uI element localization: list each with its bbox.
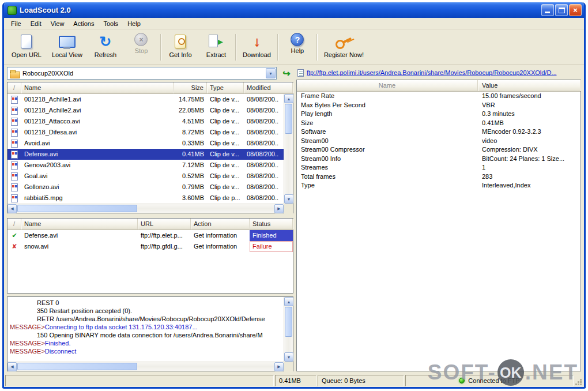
toolbar-button-get-info[interactable]: Get Info bbox=[163, 32, 198, 59]
scroll-up-button[interactable]: ▲ bbox=[284, 297, 293, 306]
scrollbar-track[interactable] bbox=[284, 306, 293, 352]
queue-column-header-action[interactable]: Action bbox=[191, 219, 250, 230]
file-row-001218-difesa-avi[interactable]: 001218_Difesa.avi8.72MBClip de v...08/08… bbox=[7, 127, 284, 138]
file-list-horizontal-scrollbar[interactable]: ◀ ▶ bbox=[7, 204, 293, 213]
scrollbar-track[interactable] bbox=[17, 362, 274, 371]
file-row-rabbiati5-mpg[interactable]: rabbiati5.mpg3.60MBClip de p...08/08/200… bbox=[7, 193, 284, 204]
file-type: Clip de v... bbox=[207, 160, 244, 171]
video-file-icon bbox=[7, 116, 21, 127]
log-message: Disconnect bbox=[45, 348, 76, 355]
address-combobox[interactable]: Robocup20XXOld ▼ bbox=[7, 67, 277, 80]
scrollbar-thumb[interactable] bbox=[17, 363, 137, 370]
file-row-001218-attacco-avi[interactable]: 001218_Attacco.avi4.51MBClip de v...08/0… bbox=[7, 116, 284, 127]
property-name: Streames bbox=[297, 163, 478, 172]
main-area: Robocup20XXOld ▼ ↪ /NameSizeTypeModified… bbox=[4, 65, 584, 374]
property-value: video bbox=[478, 137, 581, 146]
scroll-down-button[interactable]: ▼ bbox=[284, 194, 293, 204]
app-icon[interactable] bbox=[7, 6, 17, 15]
resize-grip[interactable] bbox=[575, 375, 583, 386]
scrollbar-thumb[interactable] bbox=[17, 205, 137, 212]
file-row-defense-avi[interactable]: Defense.avi0.41MBClip de v...08/08/200.. bbox=[7, 149, 284, 160]
video-file-icon bbox=[7, 94, 21, 105]
toolbar: Open URLLocal View↻Refresh×StopGet Info▶… bbox=[4, 30, 584, 65]
queue-header: /NameURLActionStatus bbox=[7, 219, 293, 230]
toolbar-button-stop[interactable]: ×Stop bbox=[123, 32, 159, 55]
toolbar-button-help[interactable]: ?Help bbox=[280, 32, 315, 55]
status-queue: Queue: 0 Bytes bbox=[318, 375, 404, 386]
file-row-gollonzo-avi[interactable]: Gollonzo.avi0.79MBClip de v...08/08/200.… bbox=[7, 182, 284, 193]
property-name: Frame Rate bbox=[297, 92, 478, 101]
titlebar: LoadScout 2.0 × bbox=[4, 2, 584, 18]
minimize-button[interactable] bbox=[541, 4, 554, 16]
log-message: Connecting to ftp data socket 131.175.12… bbox=[45, 324, 198, 330]
scrollbar-track[interactable] bbox=[284, 103, 293, 194]
menu-item-tools[interactable]: Tools bbox=[99, 18, 123, 29]
go-button[interactable]: ↪ bbox=[280, 67, 293, 80]
menu-item-edit[interactable]: Edit bbox=[26, 18, 46, 29]
toolbar-separator bbox=[277, 34, 278, 61]
file-type: Clip de v... bbox=[207, 171, 244, 182]
scroll-right-button[interactable]: ▶ bbox=[274, 204, 284, 213]
remote-url-link[interactable]: ftp://ftp.elet.polimi.it/users/Andrea.Bo… bbox=[307, 69, 580, 76]
queue-column-header-name[interactable]: Name bbox=[21, 219, 138, 230]
scroll-right-button[interactable]: ▶ bbox=[274, 362, 284, 371]
file-name: 001218_Attacco.avi bbox=[21, 116, 174, 127]
menu-item-file[interactable]: File bbox=[6, 18, 26, 29]
file-row-genova2003-avi[interactable]: Genova2003.avi7.12MBClip de v...08/08/20… bbox=[7, 160, 284, 171]
scroll-down-button[interactable]: ▼ bbox=[284, 352, 293, 362]
log-horizontal-scrollbar[interactable]: ◀ ▶ bbox=[7, 362, 293, 371]
scrollbar-track[interactable] bbox=[17, 204, 274, 213]
queue-column-header-url[interactable]: URL bbox=[138, 219, 191, 230]
toolbar-button-refresh[interactable]: ↻Refresh bbox=[88, 32, 123, 59]
log-vertical-scrollbar[interactable]: ▲ ▼ bbox=[284, 297, 293, 362]
scroll-left-button[interactable]: ◀ bbox=[7, 362, 17, 371]
address-row: Robocup20XXOld ▼ ↪ bbox=[7, 67, 293, 80]
menu-item-view[interactable]: View bbox=[46, 18, 69, 29]
file-list-panel: /NameSizeTypeModified 001218_Achille1.av… bbox=[7, 82, 293, 213]
file-list-vertical-scrollbar[interactable]: ▲ ▼ bbox=[284, 94, 293, 204]
queue-row-defense-avi[interactable]: ✔Defense.aviftp://ftp.elet.p...Get infor… bbox=[7, 230, 293, 241]
toolbar-button-open-url[interactable]: Open URL bbox=[6, 32, 47, 59]
property-column-header-value[interactable]: Value bbox=[478, 80, 581, 91]
queue-status-badge: Failure bbox=[250, 241, 293, 252]
scrollbar-thumb[interactable] bbox=[285, 307, 292, 337]
toolbar-button-extract[interactable]: ▶Extract bbox=[198, 32, 234, 59]
property-row-stream00-compressor: Stream00 CompressorCompression: DIVX bbox=[297, 145, 581, 155]
toolbar-button-download[interactable]: ↓Download bbox=[238, 32, 276, 59]
download-icon: ↓ bbox=[246, 33, 267, 50]
sort-indicator-icon: / bbox=[7, 219, 21, 230]
file-row-avoid-avi[interactable]: Avoid.avi0.33MBClip de v...08/08/200.. bbox=[7, 138, 284, 149]
properties-body: Frame Rate15.00 frames/secondMax Bytes P… bbox=[297, 92, 581, 371]
menu-item-help[interactable]: Help bbox=[123, 18, 145, 29]
scroll-left-button[interactable]: ◀ bbox=[7, 204, 17, 213]
property-row-total-frames: Total frames283 bbox=[297, 172, 581, 182]
toolbar-button-register-now[interactable]: Register Now! bbox=[319, 32, 369, 59]
file-column-header-name[interactable]: Name bbox=[21, 82, 174, 93]
file-column-header-size[interactable]: Size bbox=[174, 82, 207, 93]
maximize-button[interactable] bbox=[555, 4, 568, 16]
close-button[interactable]: × bbox=[569, 4, 582, 16]
scroll-up-button[interactable]: ▲ bbox=[284, 94, 293, 103]
property-name: Total frames bbox=[297, 172, 478, 182]
toolbar-separator bbox=[160, 34, 161, 61]
property-value: 15.00 frames/second bbox=[478, 92, 581, 101]
file-row-001218-achille2-avi[interactable]: 001218_Achille2.avi22.05MBClip de v...08… bbox=[7, 105, 284, 116]
file-column-header-type[interactable]: Type bbox=[207, 82, 244, 93]
menu-item-actions[interactable]: Actions bbox=[69, 18, 99, 29]
log-prefix: MESSAGE> bbox=[10, 339, 45, 347]
address-dropdown-button[interactable]: ▼ bbox=[266, 68, 276, 78]
video-file-icon bbox=[7, 160, 21, 171]
file-row-goal-avi[interactable]: Goal.avi0.52MBClip de v...08/08/200.. bbox=[7, 171, 284, 182]
video-file-icon bbox=[7, 182, 21, 193]
scrollbar-thumb[interactable] bbox=[285, 104, 292, 134]
property-name: Software bbox=[297, 127, 478, 137]
queue-row-snow-avi[interactable]: ✘snow.aviftp://ftp.gfdl.g...Get informat… bbox=[7, 241, 293, 252]
property-column-header-name[interactable]: Name bbox=[297, 80, 478, 91]
file-row-001218-achille1-avi[interactable]: 001218_Achille1.avi14.75MBClip de v...08… bbox=[7, 94, 284, 105]
file-modified: 08/08/200.. bbox=[244, 127, 284, 138]
toolbar-button-local-view[interactable]: Local View bbox=[47, 32, 88, 59]
queue-column-header-status[interactable]: Status bbox=[250, 219, 293, 230]
file-column-header-modified[interactable]: Modified bbox=[244, 82, 293, 93]
file-name: Gollonzo.avi bbox=[21, 182, 174, 193]
file-modified: 08/08/200.. bbox=[244, 138, 284, 149]
